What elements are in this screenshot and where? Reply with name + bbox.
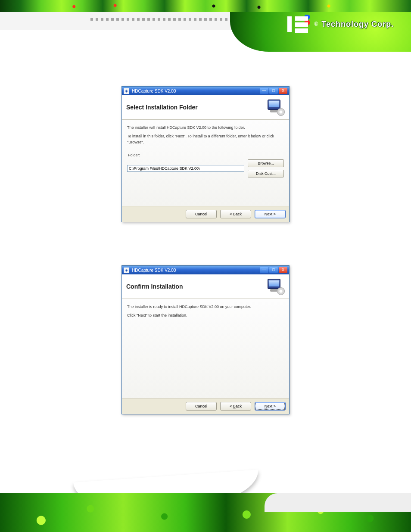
browse-button[interactable]: Browse... — [248, 159, 284, 167]
window-controls: — □ X — [260, 267, 287, 273]
brand-logo-icon — [286, 15, 311, 34]
installer-window-confirm: ◈ HDCapture SDK V2.00 — □ X Confirm Inst… — [121, 265, 290, 414]
folder-label: Folder: — [127, 152, 284, 159]
header-circuit-strip — [0, 0, 411, 12]
close-button[interactable]: X — [279, 88, 287, 94]
footer-right-pad — [265, 493, 411, 512]
maximize-button[interactable]: □ — [269, 88, 278, 94]
wizard-body: The installer is ready to install HDCapt… — [122, 299, 289, 398]
wizard-text-line: Click "Next" to start the installation. — [127, 313, 284, 319]
next-button[interactable]: Next > — [255, 402, 286, 411]
cancel-button[interactable]: Cancel — [186, 402, 217, 411]
wizard-text-line: The installer is ready to install HDCapt… — [127, 304, 284, 310]
folder-input[interactable] — [127, 165, 244, 172]
folder-buttons: Browse... Disk Cost... — [248, 159, 284, 177]
wizard-heading: Confirm Installation — [126, 283, 183, 290]
back-button[interactable]: < Back — [220, 402, 251, 411]
window-title: HDCapture SDK V2.00 — [132, 268, 257, 273]
folder-row: Browse... Disk Cost... — [127, 159, 284, 177]
page-footer — [0, 482, 411, 532]
cancel-button[interactable]: Cancel — [186, 210, 217, 218]
close-button[interactable]: X — [279, 267, 287, 273]
wizard-footer: Cancel < Back Next > — [122, 398, 289, 414]
wizard-header: Select Installation Folder — [122, 95, 289, 120]
folder-group: Folder: Browse... Disk Cost... — [127, 152, 284, 177]
page-header: ® Technology Corp. — [0, 0, 411, 52]
back-button[interactable]: < Back — [220, 210, 251, 218]
window-controls: — □ X — [260, 88, 287, 94]
window-title: HDCapture SDK V2.00 — [132, 89, 257, 93]
wizard-header: Confirm Installation — [122, 274, 289, 299]
brand: ® Technology Corp. — [286, 15, 394, 34]
page-content: ◈ HDCapture SDK V2.00 — □ X Select Insta… — [0, 86, 411, 414]
wizard-text-line: The installer will install HDCapture SDK… — [127, 125, 284, 131]
maximize-button[interactable]: □ — [269, 267, 278, 273]
wizard-computer-icon — [266, 278, 285, 295]
next-button[interactable]: Next > — [255, 210, 286, 218]
wizard-text-line: To install in this folder, click "Next".… — [127, 134, 284, 146]
minimize-button[interactable]: — — [260, 267, 268, 273]
minimize-button[interactable]: — — [260, 88, 268, 94]
disk-cost-button[interactable]: Disk Cost... — [248, 170, 284, 177]
brand-registered: ® — [314, 21, 318, 27]
wizard-body: The installer will install HDCapture SDK… — [122, 120, 289, 206]
wizard-computer-icon — [266, 99, 285, 116]
installer-window-select-folder: ◈ HDCapture SDK V2.00 — □ X Select Insta… — [121, 86, 290, 222]
titlebar[interactable]: ◈ HDCapture SDK V2.00 — □ X — [122, 87, 289, 95]
wizard-heading: Select Installation Folder — [126, 104, 198, 111]
installer-app-icon: ◈ — [124, 268, 129, 273]
brand-text: Technology Corp. — [321, 20, 394, 29]
titlebar[interactable]: ◈ HDCapture SDK V2.00 — □ X — [122, 266, 289, 274]
wizard-footer: Cancel < Back Next > — [122, 206, 289, 222]
installer-app-icon: ◈ — [124, 88, 129, 94]
